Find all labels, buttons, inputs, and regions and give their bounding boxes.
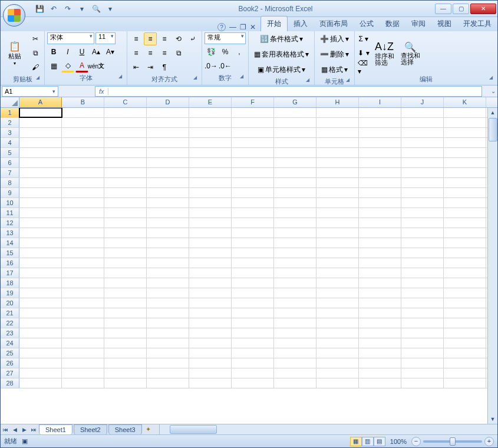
zoom-in-button[interactable]: + — [484, 437, 494, 446]
cell-E3[interactable] — [189, 128, 232, 137]
cell-K9[interactable] — [444, 188, 486, 197]
cell-G27[interactable] — [274, 368, 316, 378]
cell-F28[interactable] — [232, 378, 274, 388]
column-header-H[interactable]: H — [316, 97, 359, 107]
cell-J28[interactable] — [401, 378, 444, 388]
cell-D10[interactable] — [147, 198, 189, 207]
cell-H3[interactable] — [316, 128, 359, 137]
format-painter-button[interactable]: 🖌 — [29, 61, 42, 74]
conditional-format-button[interactable]: 🔢 条件格式 ▾ — [251, 32, 312, 45]
row-header-4[interactable]: 4 — [1, 138, 19, 147]
cell-E8[interactable] — [189, 178, 232, 187]
minimize-button[interactable]: — — [435, 4, 451, 14]
cell-A15[interactable] — [19, 248, 62, 258]
ribbon-tab-6[interactable]: 视图 — [431, 17, 457, 31]
row-header-3[interactable]: 3 — [1, 128, 19, 137]
cell-J22[interactable] — [401, 318, 444, 328]
column-header-C[interactable]: C — [104, 97, 147, 107]
cell-H19[interactable] — [316, 288, 359, 298]
cell-K24[interactable] — [444, 338, 486, 348]
font-name-combo[interactable]: 宋体 — [47, 32, 94, 44]
save-icon[interactable]: 💾 — [34, 3, 45, 15]
cell-K7[interactable] — [444, 168, 486, 177]
cell-D5[interactable] — [147, 148, 189, 157]
cell-D12[interactable] — [147, 218, 189, 228]
cell-D15[interactable] — [147, 248, 189, 258]
cell-I10[interactable] — [359, 198, 401, 207]
cell-D19[interactable] — [147, 288, 189, 298]
cell-D18[interactable] — [147, 278, 189, 288]
cell-J15[interactable] — [401, 248, 444, 258]
cell-B28[interactable] — [62, 378, 104, 388]
cell-H20[interactable] — [316, 298, 359, 308]
redo-icon[interactable]: ↷ — [62, 3, 74, 15]
cell-D3[interactable] — [147, 128, 189, 137]
zoom-slider[interactable] — [423, 440, 482, 443]
cell-J20[interactable] — [401, 298, 444, 308]
cell-G19[interactable] — [274, 288, 316, 298]
cell-G23[interactable] — [274, 328, 316, 338]
cell-B2[interactable] — [62, 118, 104, 127]
cell-J11[interactable] — [401, 208, 444, 218]
cell-B7[interactable] — [62, 168, 104, 177]
row-header-1[interactable]: 1 — [1, 108, 19, 117]
cell-J1[interactable] — [401, 108, 444, 117]
cell-B5[interactable] — [62, 148, 104, 157]
cell-B8[interactable] — [62, 178, 104, 187]
cell-G15[interactable] — [274, 248, 316, 258]
accounting-button[interactable]: 💱 — [205, 45, 217, 58]
sheet-tab-Sheet2[interactable]: Sheet2 — [74, 424, 107, 434]
cell-F21[interactable] — [232, 308, 274, 318]
paste-button[interactable]: 📋 粘贴 ▾ — [3, 34, 27, 73]
column-header-A[interactable]: A — [19, 97, 62, 107]
cell-C17[interactable] — [104, 268, 147, 278]
cell-C3[interactable] — [104, 128, 147, 137]
cell-F9[interactable] — [232, 188, 274, 197]
cell-C11[interactable] — [104, 208, 147, 218]
undo-icon[interactable]: ↶ — [48, 3, 60, 15]
cell-A18[interactable] — [19, 278, 62, 288]
cell-B1[interactable] — [62, 108, 104, 117]
cell-I3[interactable] — [359, 128, 401, 137]
cell-F7[interactable] — [232, 168, 274, 177]
cell-G22[interactable] — [274, 318, 316, 328]
cell-D4[interactable] — [147, 138, 189, 147]
row-header-23[interactable]: 23 — [1, 328, 19, 338]
cell-E19[interactable] — [189, 288, 232, 298]
cell-I27[interactable] — [359, 368, 401, 378]
cell-K6[interactable] — [444, 158, 486, 167]
cell-F17[interactable] — [232, 268, 274, 278]
cell-C7[interactable] — [104, 168, 147, 177]
decrease-decimal-button[interactable]: .0← — [219, 60, 232, 73]
cell-F4[interactable] — [232, 138, 274, 147]
cell-G1[interactable] — [274, 108, 316, 117]
cell-E21[interactable] — [189, 308, 232, 318]
sheet-tab-Sheet1[interactable]: Sheet1 — [39, 424, 72, 434]
cell-I12[interactable] — [359, 218, 401, 228]
cell-C9[interactable] — [104, 188, 147, 197]
cell-A4[interactable] — [19, 138, 62, 147]
last-sheet-button[interactable]: ⏭ — [29, 427, 38, 433]
cell-F25[interactable] — [232, 348, 274, 358]
cell-D25[interactable] — [147, 348, 189, 358]
cell-D16[interactable] — [147, 258, 189, 268]
cell-J27[interactable] — [401, 368, 444, 378]
align-bottom-button[interactable]: ≡ — [158, 32, 171, 45]
cell-E18[interactable] — [189, 278, 232, 288]
cell-A14[interactable] — [19, 238, 62, 248]
cell-I28[interactable] — [359, 378, 401, 388]
cell-A19[interactable] — [19, 288, 62, 298]
expand-formula-bar-icon[interactable]: ⌄ — [489, 88, 497, 94]
cell-K22[interactable] — [444, 318, 486, 328]
cell-A22[interactable] — [19, 318, 62, 328]
zoom-out-button[interactable]: − — [411, 437, 421, 446]
cell-D11[interactable] — [147, 208, 189, 218]
cell-D14[interactable] — [147, 238, 189, 248]
cell-J14[interactable] — [401, 238, 444, 248]
cell-D7[interactable] — [147, 168, 189, 177]
cell-I21[interactable] — [359, 308, 401, 318]
cell-K16[interactable] — [444, 258, 486, 268]
border-button[interactable]: ▦ — [47, 60, 60, 73]
cell-F20[interactable] — [232, 298, 274, 308]
row-header-17[interactable]: 17 — [1, 268, 19, 278]
